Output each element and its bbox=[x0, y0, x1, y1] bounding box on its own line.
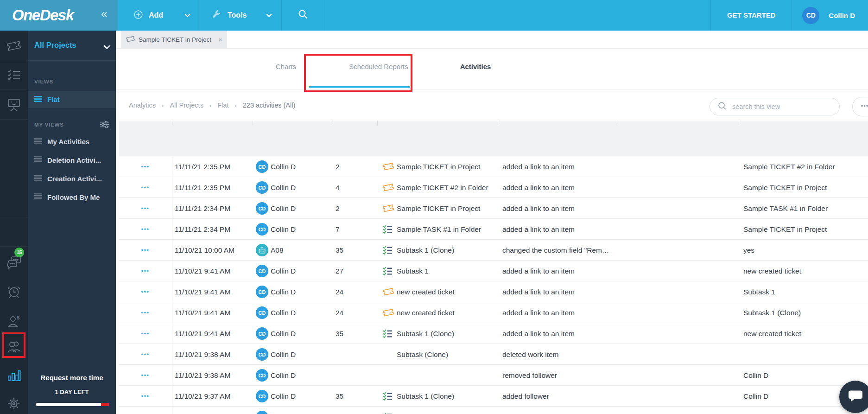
row-actions-button[interactable]: ••• bbox=[119, 156, 172, 177]
table-row[interactable]: •••11/10/21 9:41 AMCDCollin D35Subtask 1… bbox=[119, 323, 868, 344]
table-row[interactable]: •••11/11/21 2:35 PMCDCollin D4Sample TIC… bbox=[119, 177, 868, 198]
sidebar-collapse-icon[interactable]: « bbox=[101, 7, 107, 20]
tickets-nav-icon[interactable] bbox=[7, 40, 21, 54]
view-tabs-bar: Charts Scheduled Reports Activities bbox=[116, 49, 868, 89]
row-actions-button[interactable]: ••• bbox=[119, 302, 172, 323]
row-actions-button[interactable]: ••• bbox=[119, 177, 172, 198]
svg-text:$: $ bbox=[17, 315, 19, 320]
close-icon[interactable]: × bbox=[218, 36, 222, 44]
table-row[interactable]: •••11/10/21 9:41 AMCDCollin D27Subtask 1… bbox=[119, 261, 868, 281]
topbar-user-avatar[interactable]: CD bbox=[802, 7, 819, 24]
tools-label: Tools bbox=[228, 11, 247, 19]
row-actions-button[interactable]: ••• bbox=[119, 240, 172, 261]
table-row[interactable]: •••11/10/21 9:37 AMCDCollin D35Subtask 1… bbox=[119, 386, 868, 407]
sidebar-view-followed-by-me[interactable]: Followed By Me bbox=[28, 188, 116, 206]
view-filter-sliders-icon[interactable] bbox=[100, 121, 109, 130]
user-avatar: CD bbox=[256, 286, 268, 298]
get-started-button[interactable]: GET STARTED bbox=[710, 0, 792, 31]
table-row[interactable]: •••11/11/21 2:35 PMCDCollin D2Sample TIC… bbox=[119, 156, 868, 177]
row-actions-button[interactable]: ••• bbox=[119, 365, 172, 386]
breadcrumb-analytics[interactable]: Analytics bbox=[129, 102, 156, 109]
column-divider bbox=[172, 177, 172, 197]
search-input[interactable] bbox=[732, 103, 825, 110]
table-row[interactable]: •••11/10/21 9:38 AMCDCollin Dremoved fol… bbox=[119, 365, 868, 386]
cell-performed-by: Collin D bbox=[271, 344, 296, 365]
row-actions-button[interactable]: ••• bbox=[119, 344, 172, 365]
sidebar-view-creation-activities[interactable]: Creation Activi... bbox=[28, 169, 116, 188]
row-actions-button[interactable]: ••• bbox=[119, 386, 172, 407]
settings-gear-icon[interactable] bbox=[7, 397, 21, 411]
table-body: •••11/11/21 2:35 PMCDCollin D2Sample TIC… bbox=[119, 156, 868, 414]
table-row[interactable]: •••CD bbox=[119, 407, 868, 414]
chevron-down-icon bbox=[184, 11, 190, 19]
document-tab[interactable]: Sample TICKET in Project × bbox=[121, 31, 227, 49]
breadcrumb-flat[interactable]: Flat bbox=[217, 102, 228, 109]
sidebar-view-flat[interactable]: Flat bbox=[28, 91, 116, 108]
table-row[interactable]: •••11/11/21 2:34 PMCDCollin D2Sample TIC… bbox=[119, 198, 868, 219]
request-more-time-link[interactable]: Request more time bbox=[28, 374, 116, 382]
cell-activity-type: removed follower bbox=[502, 365, 557, 386]
row-actions-button[interactable]: ••• bbox=[119, 407, 172, 414]
sidebar-view-deletion-activities[interactable]: Deletion Activi... bbox=[28, 151, 116, 169]
row-actions-button[interactable]: ••• bbox=[119, 281, 172, 302]
list-view-icon bbox=[34, 156, 42, 164]
ticket-icon bbox=[383, 162, 394, 171]
column-divider bbox=[172, 240, 172, 260]
cell-item-name: new created ticket bbox=[397, 281, 455, 302]
cell-performed-by: Collin D bbox=[271, 302, 296, 323]
view-search-box[interactable] bbox=[710, 98, 840, 115]
financials-nav-icon[interactable]: $ bbox=[7, 314, 21, 328]
add-menu-button[interactable]: Add bbox=[118, 0, 200, 31]
tab-activities[interactable]: Activities bbox=[425, 63, 526, 76]
cell-activity-type: added follower bbox=[502, 386, 549, 407]
user-avatar: CD bbox=[256, 327, 268, 340]
table-row[interactable]: •••11/11/21 2:34 PMCDCollin D7Sample TAS… bbox=[119, 219, 868, 240]
breadcrumb-chevron-icon: › bbox=[162, 102, 164, 109]
wrench-icon bbox=[212, 9, 222, 21]
plus-circle-icon bbox=[133, 10, 143, 21]
app-logo[interactable]: OneDesk bbox=[12, 6, 74, 24]
add-label: Add bbox=[149, 11, 163, 19]
row-actions-button[interactable]: ••• bbox=[119, 323, 172, 344]
sidebar-view-my-activities[interactable]: My Activities bbox=[28, 132, 116, 151]
ticket-icon bbox=[383, 287, 394, 296]
list-view-icon bbox=[34, 96, 42, 104]
tab-scheduled-reports[interactable]: Scheduled Reports bbox=[332, 63, 425, 76]
breadcrumb-all-projects[interactable]: All Projects bbox=[170, 102, 203, 109]
cell-date: 11/10/21 9:37 AM bbox=[175, 386, 230, 407]
user-avatar: CD bbox=[256, 202, 268, 215]
topbar-search-button[interactable] bbox=[282, 0, 324, 31]
cell-id: 2 bbox=[336, 156, 340, 177]
timesheets-nav-icon[interactable] bbox=[7, 285, 21, 299]
user-avatar: CD bbox=[256, 306, 268, 319]
topbar-user-name[interactable]: Collin D bbox=[829, 12, 855, 19]
document-tab-title: Sample TICKET in Project bbox=[139, 36, 211, 43]
tools-menu-button[interactable]: Tools bbox=[200, 0, 282, 31]
chevron-down-icon bbox=[103, 43, 110, 51]
project-selector[interactable]: All Projects bbox=[28, 37, 116, 56]
cell-activity-type: changed the custom field "Rem… bbox=[502, 240, 609, 261]
table-row[interactable]: •••11/10/21 9:41 AMCDCollin D24new creat… bbox=[119, 302, 868, 323]
breadcrumb-activity-count[interactable]: 223 activities (All) bbox=[243, 102, 296, 109]
cell-activity-type: added a link to an item bbox=[502, 198, 575, 219]
tab-charts[interactable]: Charts bbox=[240, 63, 332, 76]
table-row[interactable]: •••11/10/21 10:00 AMA0835Subtask 1 (Clon… bbox=[119, 240, 868, 261]
row-actions-button[interactable]: ••• bbox=[119, 219, 172, 240]
cell-id: 35 bbox=[336, 386, 343, 407]
cell-activity-type: deleted work item bbox=[502, 344, 558, 365]
analytics-nav-icon[interactable] bbox=[7, 369, 21, 383]
messenger-nav-icon[interactable] bbox=[7, 255, 21, 269]
chat-widget-button[interactable] bbox=[839, 381, 868, 413]
cell-item-name: Subtask 1 (Clone) bbox=[397, 240, 454, 261]
ticket-icon bbox=[383, 183, 394, 192]
users-nav-icon[interactable] bbox=[7, 340, 21, 354]
more-options-button[interactable]: ••• bbox=[852, 97, 868, 116]
boards-nav-icon[interactable] bbox=[7, 98, 21, 112]
cell-activity-type: added a link to an item bbox=[502, 177, 575, 198]
table-row[interactable]: •••11/10/21 9:38 AMCDCollin DSubtask (Cl… bbox=[119, 344, 868, 365]
row-actions-button[interactable]: ••• bbox=[119, 198, 172, 219]
row-actions-button[interactable]: ••• bbox=[119, 261, 172, 281]
cell-new-value: Collin D bbox=[743, 386, 768, 407]
tasks-nav-icon[interactable] bbox=[7, 69, 21, 83]
table-row[interactable]: •••11/10/21 9:41 AMCDCollin D24new creat… bbox=[119, 281, 868, 302]
